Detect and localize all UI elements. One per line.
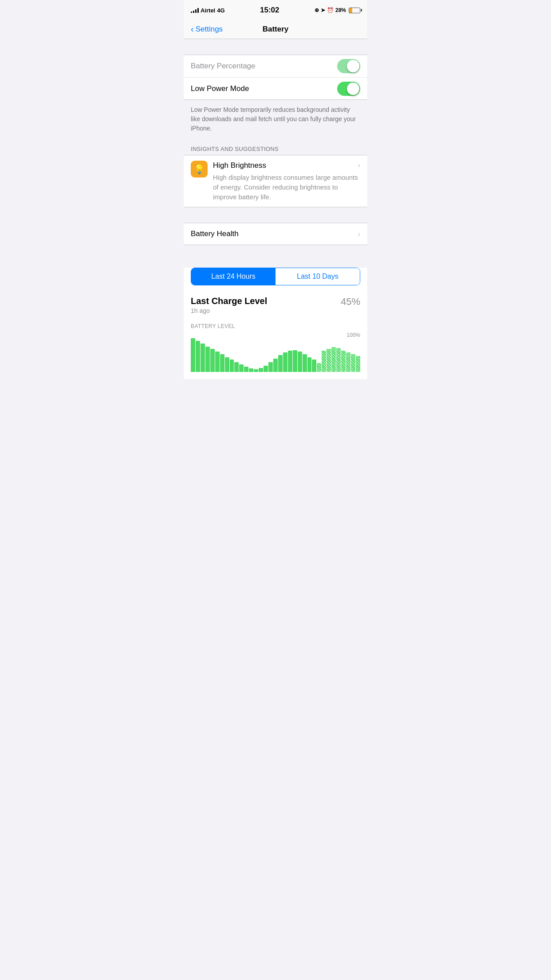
charge-title: Last Charge Level bbox=[191, 296, 267, 306]
chart-bar bbox=[244, 367, 248, 372]
chart-percent-label: 100% bbox=[346, 332, 360, 338]
chart-bar bbox=[346, 352, 350, 372]
battery-percentage-toggle[interactable] bbox=[337, 59, 360, 73]
toggle-knob-2 bbox=[347, 83, 359, 95]
navigation-icon: ➤ bbox=[321, 7, 325, 13]
low-power-mode-row: Low Power Mode bbox=[184, 77, 367, 99]
chart-bar bbox=[273, 359, 278, 372]
carrier-info: Airtel 4G bbox=[191, 7, 225, 14]
chart-bar bbox=[191, 338, 195, 372]
network-type: 4G bbox=[217, 7, 224, 14]
status-bar: Airtel 4G 15:02 ⊕ ➤ ⏰ 28% bbox=[184, 0, 367, 20]
chart-bar bbox=[331, 347, 336, 372]
chart-bar bbox=[307, 357, 312, 372]
battery-settings-group: Battery Percentage Low Power Mode bbox=[184, 55, 367, 100]
brightness-icon: 💡 bbox=[191, 161, 208, 178]
battery-health-chevron-icon: › bbox=[358, 229, 360, 239]
page-title: Battery bbox=[263, 25, 289, 34]
battery-percentage-label: Battery Percentage bbox=[191, 62, 256, 71]
insight-title: High Brightness bbox=[213, 161, 266, 170]
chart-bar bbox=[293, 350, 297, 372]
chart-bar bbox=[341, 351, 346, 372]
chart-bar bbox=[356, 356, 360, 372]
section-gap-3 bbox=[184, 245, 367, 261]
insights-section-header: INSIGHTS AND SUGGESTIONS bbox=[184, 142, 367, 155]
chart-bar bbox=[268, 362, 273, 372]
chart-bar bbox=[220, 354, 224, 372]
chart-bar bbox=[303, 354, 307, 372]
chart-bar bbox=[196, 341, 200, 372]
low-power-mode-label: Low Power Mode bbox=[191, 84, 249, 93]
chart-bar bbox=[215, 352, 220, 372]
chart-bar bbox=[298, 352, 302, 372]
last-10d-button[interactable]: Last 10 Days bbox=[276, 268, 360, 285]
battery-level-chart: 100% bbox=[191, 332, 360, 372]
last-charge-section: Last Charge Level 1h ago 45% bbox=[184, 292, 367, 320]
section-gap-1 bbox=[184, 39, 367, 55]
battery-status-icon bbox=[349, 8, 360, 13]
battery-percentage-row: Battery Percentage bbox=[184, 55, 367, 77]
battery-health-label: Battery Health bbox=[191, 229, 239, 238]
battery-level-chart-section: BATTERY LEVEL 100% bbox=[184, 320, 367, 379]
last-24h-button[interactable]: Last 24 Hours bbox=[191, 268, 276, 285]
chart-bar bbox=[201, 344, 205, 372]
chart-bar bbox=[336, 348, 341, 372]
chart-bar bbox=[234, 362, 239, 372]
back-label: Settings bbox=[196, 25, 223, 34]
section-gap-2 bbox=[184, 207, 367, 223]
battery-health-row[interactable]: Battery Health › bbox=[184, 223, 367, 245]
chart-bar bbox=[351, 354, 355, 372]
insight-content: High Brightness › High display brightnes… bbox=[213, 161, 360, 202]
chart-bar bbox=[278, 355, 283, 372]
chart-bar bbox=[327, 349, 331, 372]
chart-bar bbox=[230, 360, 234, 372]
chart-bar bbox=[322, 351, 326, 372]
battery-percent-text: 28% bbox=[335, 7, 346, 13]
location-icon: ⊕ bbox=[315, 7, 319, 13]
charge-time-ago: 1h ago bbox=[191, 307, 267, 314]
time-range-selector: Last 24 Hours Last 10 Days bbox=[191, 268, 360, 285]
signal-icon bbox=[191, 8, 199, 13]
high-brightness-insight[interactable]: 💡 High Brightness › High display brightn… bbox=[184, 155, 367, 207]
low-power-mode-toggle[interactable] bbox=[337, 82, 360, 96]
carrier-name: Airtel bbox=[201, 7, 215, 14]
chart-bar bbox=[225, 357, 229, 372]
alarm-icon: ⏰ bbox=[327, 7, 334, 13]
charge-percent-value: 45% bbox=[341, 296, 360, 308]
nav-bar: ‹ Settings Battery bbox=[184, 20, 367, 39]
insight-title-row: High Brightness › bbox=[213, 161, 360, 170]
back-chevron-icon: ‹ bbox=[191, 24, 194, 34]
chart-bar bbox=[264, 366, 268, 372]
chart-bar bbox=[259, 368, 263, 372]
chart-bar bbox=[249, 368, 253, 372]
back-button[interactable]: ‹ Settings bbox=[191, 24, 223, 34]
chart-bar bbox=[288, 351, 292, 372]
time-display: 15:02 bbox=[260, 6, 279, 15]
battery-level-chart-label: BATTERY LEVEL bbox=[191, 320, 360, 332]
insight-description: High display brightness consumes large a… bbox=[213, 173, 360, 202]
charge-info: Last Charge Level 1h ago bbox=[191, 296, 267, 314]
toggle-knob bbox=[347, 60, 359, 72]
chart-bar bbox=[283, 352, 287, 372]
status-icons: ⊕ ➤ ⏰ 28% bbox=[315, 7, 360, 13]
chart-bar bbox=[254, 369, 258, 372]
chart-bar bbox=[317, 363, 321, 372]
low-power-description: Low Power Mode temporarily reduces backg… bbox=[184, 100, 367, 142]
insight-chevron-icon: › bbox=[358, 161, 360, 170]
chart-bar bbox=[210, 349, 215, 372]
chart-bar bbox=[312, 360, 316, 372]
chart-bar bbox=[205, 347, 210, 372]
chart-bar bbox=[239, 364, 244, 372]
